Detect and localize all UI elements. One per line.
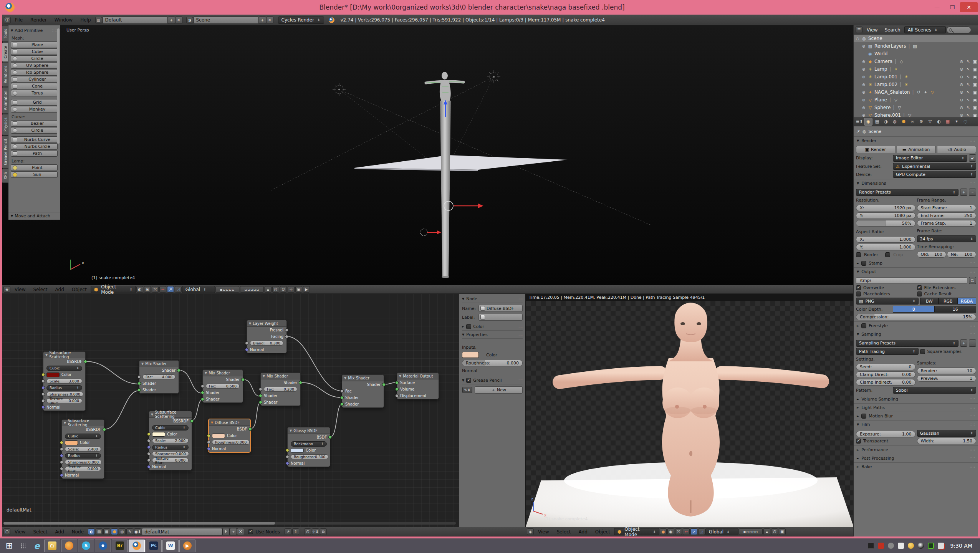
audio-mixer-tray-icon[interactable] xyxy=(868,543,874,549)
volume-sampling-panel-header[interactable]: ►Volume Sampling:::: xyxy=(854,395,978,403)
grease-pencil-panel-header[interactable]: ▼Grease Pencil:::: xyxy=(462,376,523,384)
fac-field[interactable]: Fac:0.200 xyxy=(264,387,297,392)
viewport-menu-add[interactable]: Add xyxy=(51,285,68,293)
tab-world[interactable]: ◍ xyxy=(891,118,899,126)
manipulator-toggle-icon[interactable]: ⤧ xyxy=(675,528,682,535)
render-menu-view[interactable]: View xyxy=(534,527,553,536)
feature-set-selector[interactable]: ⚠Experimental⬍ xyxy=(893,163,976,170)
adobe-bridge-button[interactable]: Br xyxy=(112,540,128,552)
move-and-attach-panel-header[interactable]: ▼Move and Attach xyxy=(8,212,60,220)
lock-icon[interactable]: 🔒︎ xyxy=(265,286,271,293)
add-curve-circle-button[interactable]: Circle xyxy=(11,127,58,134)
filter-selector[interactable]: Gaussian⬍ xyxy=(917,430,977,437)
render-restrict-icon[interactable]: ▣ xyxy=(973,59,977,64)
start-button[interactable]: ⊞ xyxy=(3,540,15,551)
bake-panel-header[interactable]: ►Bake:::: xyxy=(854,462,978,471)
add-grid-button[interactable]: Grid xyxy=(11,99,58,106)
input-color-swatch[interactable] xyxy=(462,352,479,358)
proportional-edit-icon[interactable]: ◎ xyxy=(272,286,279,293)
output-path-field[interactable]: /tmp\ xyxy=(856,277,967,284)
window-titlebar[interactable]: Blender* [D:\My work\0organized works\3d… xyxy=(0,0,980,15)
editor-type-properties-icon[interactable]: ≡⬍ xyxy=(855,118,864,126)
output-panel-header[interactable]: ▼Output:::: xyxy=(854,267,978,276)
volume-knob-tray-icon[interactable] xyxy=(918,543,924,549)
editor-type-3dview-icon[interactable]: ◈ xyxy=(3,286,10,293)
add-nurbs-circle-button[interactable]: Nurbs Circle xyxy=(11,143,58,150)
tab-tools[interactable]: Tools xyxy=(2,25,8,42)
socket-fresnel[interactable] xyxy=(285,328,288,332)
stamp-checkbox[interactable] xyxy=(861,261,866,266)
integrator-selector[interactable]: Path Tracing⬍ xyxy=(856,348,919,355)
node-panel-header[interactable]: ▼Node:::: xyxy=(462,295,523,303)
manipulator-toggle-icon[interactable]: ⤧ xyxy=(152,286,159,293)
outliner-search-input[interactable] xyxy=(947,26,971,33)
aspect-y-field[interactable]: Y:1.000 xyxy=(856,244,915,250)
tab-constraints[interactable]: ∞ xyxy=(908,118,917,126)
roughness-field[interactable]: Roughness:0.000 xyxy=(212,440,250,445)
node-subsurface-scattering-2[interactable]: ▼Subsurface Scattering BSSRDF Cubic⬍ Col… xyxy=(61,419,104,479)
hide-eye-icon[interactable]: ⊙ xyxy=(960,59,963,64)
word-button[interactable]: W xyxy=(162,540,179,552)
render-menu-object[interactable]: Object xyxy=(591,527,614,536)
node-glossy-bsdf[interactable]: ▼Glossy BSDF BSDF Beckmann⬍ Color Roughn… xyxy=(287,427,330,467)
render-opengl-anim-icon[interactable]: ▶ xyxy=(303,286,310,293)
add-circle-button[interactable]: Circle xyxy=(11,55,58,62)
node-menu-select[interactable]: Select xyxy=(29,527,51,536)
dimensions-panel-header[interactable]: ▼Dimensions:::: xyxy=(854,179,978,187)
outliner-item-lamp-002[interactable]: ⊕✳Lamp.002|☀⊙↖▣ xyxy=(860,81,978,88)
render-panel-header[interactable]: ▼Render:::: xyxy=(854,136,978,145)
tab-render-layers[interactable]: ▤ xyxy=(873,118,881,126)
pin-icon[interactable]: 📌︎ xyxy=(285,528,291,535)
outliner-item-scene[interactable]: ○◍Scene xyxy=(854,35,978,42)
node-mix-shader-1[interactable]: ▼Mix Shader Shader Fac:4.000 Shader Shad… xyxy=(139,360,179,394)
sharpness-field[interactable]: Sharpness:0.000 xyxy=(46,392,83,397)
cache-result-checkbox[interactable] xyxy=(917,291,922,296)
node-menu-view[interactable]: View xyxy=(11,527,29,536)
resolution-percent-slider[interactable]: 50% xyxy=(856,220,915,227)
tool-shelf-scrollbar[interactable] xyxy=(57,28,60,144)
texture-blur-field[interactable]: Texture Blur:0.000 xyxy=(46,398,82,403)
tab-relations[interactable]: Relations xyxy=(2,62,8,87)
firefox-button[interactable] xyxy=(61,540,77,552)
transparent-checkbox[interactable] xyxy=(856,439,861,444)
falloff-dropdown[interactable]: Cubic⬍ xyxy=(65,434,101,439)
skype-button[interactable]: S xyxy=(78,540,94,552)
texture-nodes-icon[interactable]: ▦ xyxy=(103,528,110,535)
socket-facing[interactable] xyxy=(285,335,288,338)
layers-grid[interactable]: ▪▫▫▫▫ xyxy=(215,286,239,293)
node-subsurface-scattering-3[interactable]: ▼Subsurface Scattering BSSRDF Cubic⬍ Col… xyxy=(149,411,192,470)
node-menu-node[interactable]: Node xyxy=(68,527,88,536)
socket-normal[interactable] xyxy=(41,406,45,409)
tab-texture[interactable]: ▦ xyxy=(944,118,952,126)
file-format-selector[interactable]: ▤PNG⬍ xyxy=(856,298,919,305)
delete-layout-button[interactable]: ✕ xyxy=(175,17,182,24)
tab-create[interactable]: Create xyxy=(2,42,8,62)
sampling-presets-selector[interactable]: Sampling Presets⬍ xyxy=(856,340,958,347)
scale-field[interactable]: Scale:2.000 xyxy=(152,438,189,443)
outliner-menu-search[interactable]: Search xyxy=(881,25,903,34)
node-editor[interactable]: ▼Subsurface Scattering BSSRDF Cubic⬍ Col… xyxy=(2,294,525,527)
tab-xps[interactable]: XPS xyxy=(2,169,8,183)
layers-grid-2[interactable]: ▫▫▫▫▫ xyxy=(240,286,264,293)
snap-element-icon[interactable]: ⊹⬍ xyxy=(312,528,319,535)
tab-modifiers[interactable]: ⚙ xyxy=(917,118,925,126)
aspect-x-field[interactable]: X:1.000 xyxy=(856,236,915,243)
node-editor-scrollbar[interactable] xyxy=(3,522,456,525)
clamp-indirect-field[interactable]: Clamp Indirect:0.00 xyxy=(856,379,915,386)
add-sampling-preset-button[interactable]: ＋ xyxy=(960,339,967,347)
audio-button[interactable]: ◁)Audio xyxy=(937,146,976,153)
add-monkey-button[interactable]: Monkey xyxy=(11,106,58,113)
add-cone-button[interactable]: Cone xyxy=(11,83,58,89)
lamp-gizmo[interactable] xyxy=(333,83,346,96)
fac-field[interactable]: Fac:4.000 xyxy=(142,374,175,379)
menu-file[interactable]: File xyxy=(11,15,26,25)
socket-sharpness[interactable] xyxy=(41,392,45,396)
socket-shader-1[interactable] xyxy=(137,382,141,385)
screen-layout-selector[interactable]: Default xyxy=(103,17,168,24)
render-preview-view[interactable]: z x Time:17:20.05 | Mem:220.41M, Peak:22… xyxy=(525,294,853,527)
outliner-menu-view[interactable]: View xyxy=(864,25,881,34)
viewport-menu-object[interactable]: Object xyxy=(68,285,91,293)
socket-volume[interactable] xyxy=(395,387,399,391)
sampling-panel-header[interactable]: ▼Sampling:::: xyxy=(854,330,978,338)
properties-panel-header[interactable]: ▼Properties:::: xyxy=(462,331,523,339)
